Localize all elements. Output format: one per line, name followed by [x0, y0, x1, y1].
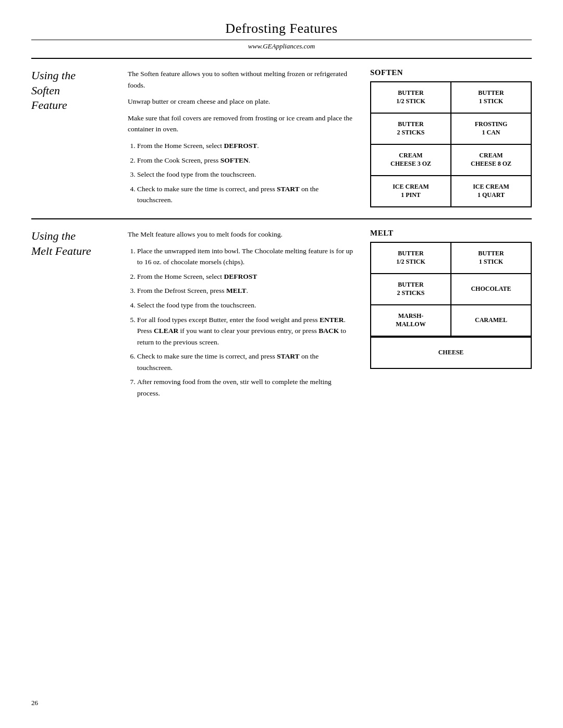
- melt-btn-chocolate[interactable]: CHOCOLATE: [451, 274, 532, 305]
- page-number: 26: [31, 699, 38, 707]
- melt-btn-cheese[interactable]: CHEESE: [371, 338, 532, 369]
- melt-step-6: Check to make sure the time is correct, …: [137, 351, 354, 373]
- soften-heading: Using theSoftenFeature: [31, 69, 76, 112]
- soften-left-col: Using theSoftenFeature: [31, 68, 112, 209]
- melt-step-3: From the Defrost Screen, press MELT.: [137, 285, 354, 297]
- soften-btn-ice-cream-quart[interactable]: ICE CREAM1 QUART: [451, 176, 532, 207]
- soften-btn-cream-cheese-3oz[interactable]: CREAMCHEESE 3 OZ: [371, 145, 451, 176]
- melt-button-grid-single: CHEESE: [370, 337, 532, 369]
- melt-section: Using theMelt Feature The Melt feature a…: [31, 229, 532, 402]
- soften-right-col: SOFTEN BUTTER1/2 STICK BUTTER1 STICK BUT…: [370, 68, 532, 209]
- melt-step-2: From the Home Screen, select DEFROST: [137, 271, 354, 282]
- melt-step-7: After removing food from the oven, stir …: [137, 376, 354, 399]
- melt-panel-label: MELT: [370, 229, 532, 238]
- soften-btn-cream-cheese-8oz[interactable]: CREAMCHEESE 8 OZ: [451, 145, 532, 176]
- melt-btn-marshmallow[interactable]: MARSH-MALLOW: [371, 305, 451, 337]
- soften-btn-ice-cream-pint[interactable]: ICE CREAM1 PINT: [371, 176, 451, 207]
- soften-btn-butter-half[interactable]: BUTTER1/2 STICK: [371, 82, 451, 114]
- soften-button-grid: BUTTER1/2 STICK BUTTER1 STICK BUTTER2 ST…: [370, 81, 532, 207]
- section-divider-top: [31, 58, 532, 59]
- melt-steps: Place the unwrapped item into bowl. The …: [128, 245, 354, 399]
- melt-middle-col: The Melt feature allows you to melt food…: [128, 229, 354, 402]
- melt-heading: Using theMelt Feature: [31, 229, 91, 257]
- website-url: www.GEAppliances.com: [31, 42, 532, 51]
- melt-btn-butter-two[interactable]: BUTTER2 STICKS: [371, 274, 451, 305]
- soften-intro-2: Unwrap butter or cream cheese and place …: [128, 96, 354, 107]
- soften-step-4: Check to make sure the time is correct, …: [137, 183, 354, 206]
- soften-btn-butter-one[interactable]: BUTTER1 STICK: [451, 82, 532, 114]
- soften-steps: From the Home Screen, select DEFROST. Fr…: [128, 140, 354, 206]
- melt-intro-1: The Melt feature allows you to melt food…: [128, 229, 354, 240]
- melt-btn-butter-half[interactable]: BUTTER1/2 STICK: [371, 243, 451, 274]
- soften-step-3: Select the food type from the touchscree…: [137, 169, 354, 180]
- soften-panel-label: SOFTEN: [370, 68, 532, 77]
- soften-btn-butter-two[interactable]: BUTTER2 STICKS: [371, 114, 451, 145]
- melt-step-1: Place the unwrapped item into bowl. The …: [137, 245, 354, 268]
- soften-middle-col: The Soften feature allows you to soften …: [128, 68, 354, 209]
- soften-btn-frosting[interactable]: FROSTING1 CAN: [451, 114, 532, 145]
- section-divider-middle: [31, 218, 532, 219]
- melt-btn-caramel[interactable]: CARAMEL: [451, 305, 532, 337]
- soften-intro-3: Make sure that foil covers are removed f…: [128, 113, 354, 135]
- melt-button-grid: BUTTER1/2 STICK BUTTER1 STICK BUTTER2 ST…: [370, 242, 532, 337]
- top-rule: [31, 40, 532, 40]
- melt-step-5: For all food types except Butter, enter …: [137, 314, 354, 348]
- melt-right-col: MELT BUTTER1/2 STICK BUTTER1 STICK BUTTE…: [370, 229, 532, 402]
- soften-intro-1: The Soften feature allows you to soften …: [128, 68, 354, 91]
- melt-btn-butter-one[interactable]: BUTTER1 STICK: [451, 243, 532, 274]
- soften-step-1: From the Home Screen, select DEFROST.: [137, 140, 354, 152]
- melt-step-4: Select the food type from the touchscree…: [137, 300, 354, 311]
- soften-section: Using theSoftenFeature The Soften featur…: [31, 68, 532, 209]
- melt-left-col: Using theMelt Feature: [31, 229, 112, 402]
- page-title: Defrosting Features: [31, 21, 532, 36]
- soften-step-2: From the Cook Screen, press SOFTEN.: [137, 155, 354, 166]
